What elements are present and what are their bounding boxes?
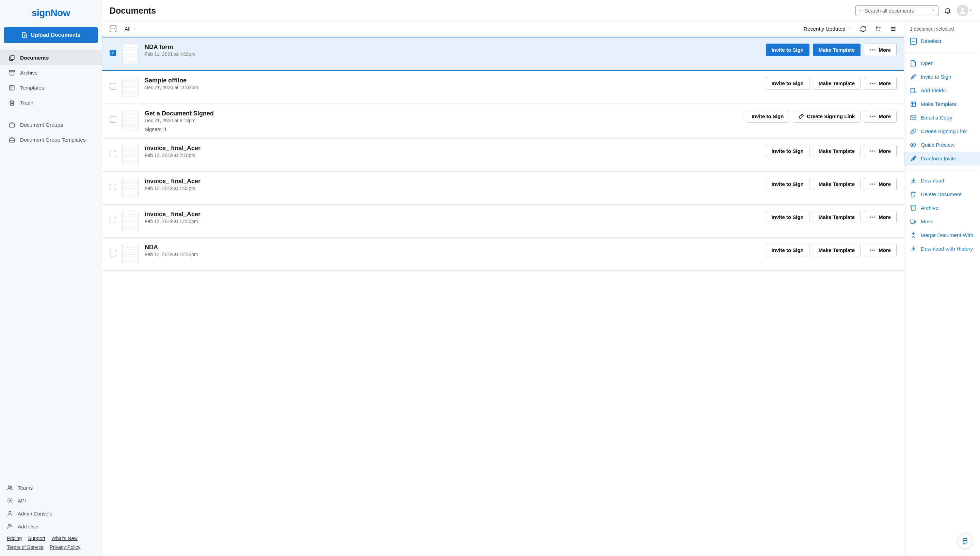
more-button[interactable]: More [864,244,897,256]
button-label: More [878,47,891,53]
sidebar-item-admin-console[interactable]: Admin Console [0,507,102,520]
action-delete-document[interactable]: Delete Document [904,187,980,201]
chat-button[interactable] [957,533,972,548]
refresh-icon[interactable] [860,26,867,32]
make-template-button[interactable]: Make Template [813,178,861,190]
filter-dropdown[interactable]: All [124,26,136,32]
sidebar-item-teams[interactable]: Teams [0,481,102,494]
chevron-down-icon[interactable] [932,8,935,13]
make-template-button[interactable]: Make Template [813,211,861,223]
invite-to-sign-button[interactable]: Invite to Sign [766,244,809,256]
sort-order-icon[interactable] [875,26,882,32]
sidebar-item-label: Archive [20,70,38,76]
sidebar-item-api[interactable]: API [0,494,102,507]
action-open[interactable]: Open [904,57,980,70]
row-checkbox[interactable] [110,250,116,256]
make-template-button[interactable]: Make Template [813,77,861,89]
view-list-icon[interactable] [890,26,897,32]
action-archive[interactable]: Archive [904,201,980,215]
button-label: More [878,214,891,220]
action-download[interactable]: Download [904,174,980,187]
action-freeform-invite[interactable]: Freeform Invite [904,152,980,165]
sidebar-item-label: Document Groups [20,122,63,128]
more-button[interactable]: More [864,44,897,56]
document-thumbnail [122,178,139,198]
trash-icon [8,99,15,106]
link-privacy[interactable]: Privacy Policy [50,545,80,550]
action-quick-preview[interactable]: Quick Preview [904,138,980,152]
make-template-button[interactable]: Make Template [813,44,861,56]
link-whats-new[interactable]: What's New [52,536,77,541]
row-checkbox[interactable] [110,50,116,56]
make-template-button[interactable]: Make Template [813,145,861,157]
link-terms[interactable]: Terms of Service [7,545,44,550]
search-box[interactable] [856,5,938,16]
notifications-icon[interactable] [944,7,951,14]
sidebar-item-label: Admin Console [18,511,52,517]
svg-point-24 [870,150,872,152]
svg-point-15 [870,49,872,50]
user-menu[interactable] [957,5,972,16]
action-email-copy[interactable]: Email a Copy [904,111,980,124]
sidebar-item-trash[interactable]: Trash [0,95,102,110]
search-input[interactable] [865,8,929,14]
action-label: Archive [921,205,938,211]
row-checkbox[interactable] [110,83,116,89]
invite-to-sign-button[interactable]: Invite to Sign [766,145,809,157]
sidebar-item-document-group-templates[interactable]: Document Group Templates [0,133,102,147]
sidebar-item-label: Templates [20,85,44,91]
document-row[interactable]: Sample offlineDec 21, 2020 at 11:03pmInv… [102,71,904,104]
sidebar-item-documents[interactable]: Documents [0,50,102,65]
more-button[interactable]: More [864,211,897,223]
more-button[interactable]: More [864,77,897,89]
action-label: Deselect [921,38,941,44]
invite-to-sign-button[interactable]: Invite to Sign [766,44,809,56]
more-button[interactable]: More [864,145,897,157]
action-add-fields[interactable]: Add Fields [904,84,980,97]
more-button[interactable]: More [864,178,897,190]
document-date: Feb 12, 2019 at 2:18pm [145,152,760,158]
document-row[interactable]: NDAFeb 12, 2019 at 12:33pmInvite to Sign… [102,238,904,271]
action-label: Open [921,60,934,66]
button-label: More [878,80,891,86]
button-label: More [878,148,891,154]
invite-to-sign-button[interactable]: Invite to Sign [766,77,809,89]
action-create-signing-link[interactable]: Create Signing Link [904,124,980,138]
svg-point-5 [8,486,10,488]
row-checkbox[interactable] [110,151,116,157]
action-deselect[interactable]: Deselect [904,34,980,48]
more-button[interactable]: More [864,110,897,123]
document-row[interactable]: invoice_ final_AcerFeb 12, 2019 at 1:02p… [102,171,904,205]
row-checkbox[interactable] [110,217,116,223]
invite-to-sign-button[interactable]: Invite to Sign [766,178,809,190]
svg-point-33 [870,250,872,251]
row-checkbox[interactable] [110,116,116,123]
link-pricing[interactable]: Pricing [7,536,22,541]
action-invite-to-sign[interactable]: Invite to Sign [904,70,980,84]
action-move[interactable]: Move [904,215,980,228]
create-signing-link-button[interactable]: Create Signing Link [793,110,861,123]
sidebar-item-archive[interactable]: Archive [0,65,102,80]
sidebar-item-templates[interactable]: Templates [0,80,102,95]
sidebar-item-document-groups[interactable]: Document Groups [0,118,102,133]
master-checkbox[interactable] [110,26,116,32]
svg-point-16 [872,49,873,50]
invite-to-sign-button[interactable]: Invite to Sign [766,211,809,223]
document-row[interactable]: invoice_ final_AcerFeb 12, 2019 at 2:18p… [102,139,904,171]
sort-dropdown[interactable]: Recently Updated [804,26,852,32]
action-download-history[interactable]: Download with History [904,242,980,256]
invite-to-sign-button[interactable]: Invite to Sign [746,110,789,123]
svg-point-6 [11,486,12,488]
svg-point-21 [870,116,872,117]
link-support[interactable]: Support [28,536,45,541]
document-row[interactable]: NDA formFeb 11, 2021 at 4:02pmInvite to … [102,37,904,71]
action-make-template[interactable]: Make Template [904,97,980,111]
sidebar-item-add-user[interactable]: Add User [0,520,102,533]
svg-point-10 [859,10,861,11]
upload-documents-button[interactable]: Upload Documents [4,27,98,43]
document-row[interactable]: Get a Document SignedDec 21, 2020 at 8:1… [102,104,904,139]
make-template-button[interactable]: Make Template [813,244,861,256]
document-row[interactable]: invoice_ final_AcerFeb 12, 2019 at 12:56… [102,205,904,238]
action-merge[interactable]: Merge Document With [904,228,980,242]
row-checkbox[interactable] [110,184,116,190]
